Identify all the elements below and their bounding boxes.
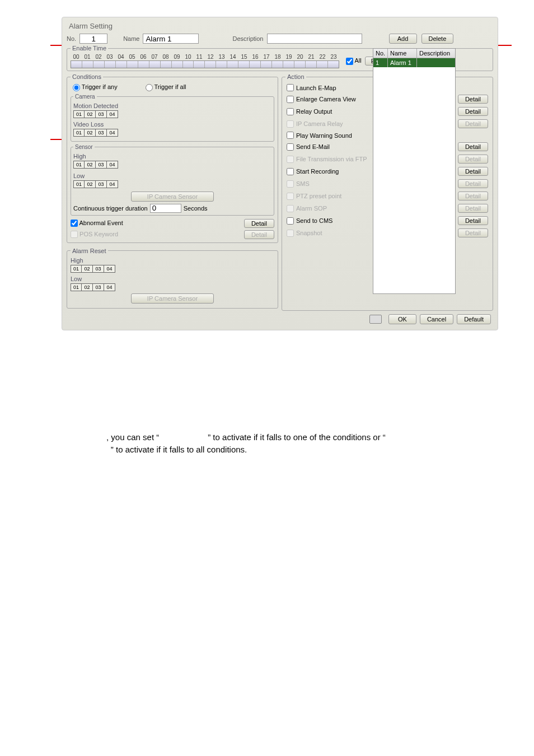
ftp-detail-button[interactable]: Detail (458, 155, 488, 164)
default-button[interactable]: Default (457, 314, 491, 324)
no-field[interactable] (79, 34, 107, 44)
dialog-title: Alarm Setting (67, 21, 493, 34)
ok-button[interactable]: OK (388, 314, 416, 324)
th-name[interactable]: Name (388, 49, 417, 58)
file-ftp-checkbox[interactable]: File Transmission via FTP (287, 156, 367, 163)
continuous-trigger-field[interactable] (150, 204, 181, 213)
motion-detected-label: Motion Detected (73, 102, 271, 110)
alarm-reset-group: Alarm Reset High 01020304 Low 01020304 I… (67, 248, 278, 309)
trigger-all-radio[interactable]: Trigger if all (146, 83, 186, 91)
description-label: Description (232, 35, 263, 42)
add-button[interactable]: Add (389, 34, 417, 44)
conditions-group: Conditions Trigger if any Trigger if all… (67, 73, 278, 243)
no-label: No. (67, 35, 76, 42)
ptz-detail-button[interactable]: Detail (458, 192, 488, 200)
th-no[interactable]: No. (373, 49, 388, 58)
snapshot-checkbox[interactable]: Snapshot (287, 230, 322, 237)
sensor-high-label: High (73, 152, 271, 160)
trigger-any-radio[interactable]: Trigger if any (73, 83, 118, 91)
all-checkbox-label[interactable]: All (346, 57, 362, 65)
hour-labels: 0001020304050607080910111213141516171819… (71, 54, 339, 60)
action-legend: Action (285, 73, 306, 80)
play-warning-checkbox[interactable]: Play Warning Sound (287, 132, 352, 139)
abnormal-event-checkbox[interactable]: Abnormal Event (71, 220, 123, 227)
delete-button[interactable]: Delete (421, 34, 454, 44)
sensor-high-channels[interactable]: 01020304 (73, 161, 271, 169)
time-bar[interactable] (71, 60, 339, 68)
pos-keyword-checkbox[interactable]: POS Keyword (71, 231, 118, 239)
name-label: Name (123, 35, 139, 42)
email-detail-button[interactable]: Detail (458, 142, 488, 151)
alarm-list-table: No. Name Description 1 Alarm 1 (373, 48, 456, 294)
reset-ip-camera-sensor-button[interactable]: IP Camera Sensor (131, 293, 214, 304)
ptz-preset-checkbox[interactable]: PTZ preset point (287, 193, 341, 200)
sensor-low-channels[interactable]: 01020304 (73, 180, 271, 188)
cancel-button[interactable]: Cancel (420, 314, 453, 324)
reset-high-label: High (71, 256, 274, 264)
alarm-reset-legend: Alarm Reset (71, 248, 108, 254)
snapshot-detail-button[interactable]: Detail (458, 228, 488, 237)
ip-relay-detail-button[interactable]: Detail (458, 119, 488, 128)
sensor-group: Sensor High 01020304 Low 01020304 IP Cam… (71, 144, 274, 216)
keyboard-icon[interactable] (369, 315, 382, 324)
conditions-legend: Conditions (71, 73, 103, 80)
videoloss-channels[interactable]: 01020304 (73, 129, 271, 137)
enable-time-legend: Enable Time (71, 45, 108, 52)
sms-checkbox[interactable]: SMS (287, 180, 310, 188)
reset-high-channels[interactable]: 01020304 (71, 265, 274, 273)
ip-camera-relay-checkbox[interactable]: IP Camera Relay (287, 120, 343, 128)
alarm-setting-dialog: Alarm Setting No. Name Description Add D… (62, 17, 498, 330)
th-description[interactable]: Description (417, 49, 455, 58)
enlarge-detail-button[interactable]: Detail (458, 95, 488, 104)
video-loss-label: Video Loss (73, 120, 271, 128)
reset-low-channels[interactable]: 01020304 (71, 283, 274, 291)
all-checkbox[interactable] (346, 58, 353, 65)
seconds-label: Seconds (184, 205, 208, 212)
recording-detail-button[interactable]: Detail (458, 167, 488, 176)
sop-detail-button[interactable]: Detail (458, 204, 488, 213)
abnormal-detail-button[interactable]: Detail (244, 219, 274, 228)
description-field[interactable] (267, 34, 362, 44)
send-cms-checkbox[interactable]: Send to CMS (287, 217, 332, 225)
relay-output-checkbox[interactable]: Relay Output (287, 108, 332, 115)
name-field[interactable] (143, 34, 199, 44)
start-recording-checkbox[interactable]: Start Recording (287, 168, 339, 175)
enlarge-camera-checkbox[interactable]: Enlarge Camera View (287, 96, 356, 103)
relay-detail-button[interactable]: Detail (458, 107, 488, 116)
continuous-trigger-label: Continuous trigger duration (73, 205, 148, 212)
sensor-low-label: Low (73, 172, 271, 180)
sms-detail-button[interactable]: Detail (458, 179, 488, 188)
table-row[interactable]: 1 Alarm 1 (373, 58, 455, 67)
cms-detail-button[interactable]: Detail (458, 216, 488, 225)
send-email-checkbox[interactable]: Send E-Mail (287, 143, 330, 151)
ip-camera-sensor-button[interactable]: IP Camera Sensor (131, 192, 214, 202)
reset-low-label: Low (71, 275, 274, 283)
pos-detail-button[interactable]: Detail (244, 230, 274, 239)
footer-text: , you can set “Trigger if any” to activa… (67, 431, 512, 456)
camera-group: Camera Motion Detected 01020304 Video Lo… (71, 94, 274, 142)
launch-emap-checkbox[interactable]: Launch E-Map (287, 84, 336, 91)
motion-channels[interactable]: 01020304 (73, 110, 271, 118)
alarm-sop-checkbox[interactable]: Alarm SOP (287, 205, 327, 212)
